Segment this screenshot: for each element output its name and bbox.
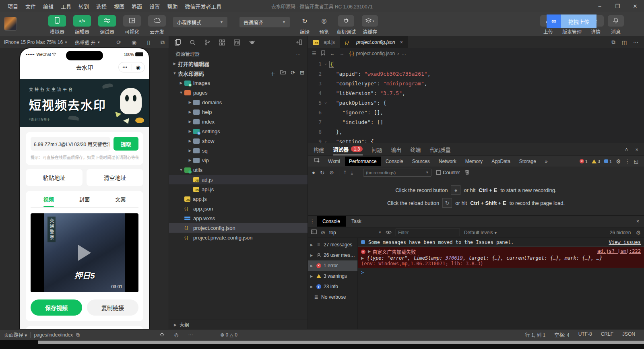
inspect-icon[interactable] xyxy=(311,158,323,165)
menu-select[interactable]: 选择 xyxy=(93,2,110,10)
devtools-more-icon[interactable]: ⋮ xyxy=(625,159,630,164)
split-editor-icon[interactable]: ⧉ xyxy=(611,39,615,45)
warning-count[interactable]: 3 xyxy=(592,159,600,164)
nav-forward-icon[interactable]: → xyxy=(340,51,345,56)
hot-reload-select[interactable]: 热重载 开▼ xyxy=(75,39,100,46)
tree-file-api-js[interactable]: JSapi.js xyxy=(169,184,308,194)
sidebar-user-messages[interactable]: ▶26 user mes… xyxy=(308,250,357,260)
tab-build[interactable]: 构建 xyxy=(314,143,324,155)
tab-video[interactable]: 视频 xyxy=(31,195,66,203)
tab-debugger[interactable]: 调试器1,3 xyxy=(333,143,363,155)
clear-cache-button[interactable]: ▾ 清缓存 xyxy=(359,15,380,35)
menu-view[interactable]: 视图 xyxy=(110,2,128,10)
project-root-row[interactable]: ▼去水印源码 ＋ ⟳ ⊟ xyxy=(169,68,308,78)
tree-folder-pages[interactable]: ▼pages xyxy=(169,88,308,97)
sidebar-warnings[interactable]: ▶3 warnings xyxy=(308,271,357,281)
outline-list-icon[interactable]: ☰ xyxy=(312,51,316,56)
copy-path-icon[interactable]: ⧉ xyxy=(76,332,80,338)
eol-setting[interactable]: CRLF xyxy=(601,331,613,338)
tree-folder-sq[interactable]: ▶sq xyxy=(169,146,308,155)
statusbar-bug-icon[interactable] xyxy=(159,332,165,338)
collapse-sidebar-icon[interactable] xyxy=(296,39,302,45)
tab-network[interactable]: Network xyxy=(435,157,460,166)
eye-icon[interactable] xyxy=(386,230,392,235)
panel-collapse-icon[interactable]: ˄ xyxy=(625,147,628,153)
minimize-button[interactable]: – xyxy=(591,0,609,12)
tab-caption[interactable]: 文案 xyxy=(103,195,138,203)
menu-tools[interactable]: 工具 xyxy=(57,2,75,10)
breadcrumb-more[interactable]: … xyxy=(401,51,406,56)
reload-record-icon[interactable]: ↻ xyxy=(320,169,325,176)
view-issues-link[interactable]: View issues xyxy=(609,240,641,245)
tab-task[interactable]: Task xyxy=(346,216,367,227)
extract-button[interactable]: 提取 xyxy=(114,137,138,151)
cursor-position[interactable]: 行 1, 列 1 xyxy=(525,331,546,338)
collapse-all-icon[interactable]: ⊟ xyxy=(300,70,304,77)
device-debug-button[interactable]: 真机调试 xyxy=(334,15,358,35)
open-editors-row[interactable]: ▶打开的编辑器 xyxy=(169,59,308,68)
layout-columns-icon[interactable]: ◫ xyxy=(622,39,627,45)
reload-button-icon[interactable]: ↻ xyxy=(442,198,452,208)
tree-file-app-json[interactable]: {..}app.json xyxy=(169,204,308,213)
play-icon[interactable] xyxy=(78,245,91,261)
message-count[interactable]: 1 xyxy=(604,159,612,164)
console-close-icon[interactable]: × xyxy=(636,219,644,224)
tree-folder-images[interactable]: ▶▦images xyxy=(169,78,308,88)
indent-setting[interactable]: 空格: 4 xyxy=(554,331,569,338)
extensions-icon[interactable] xyxy=(219,39,225,45)
video-url-input[interactable]: 6.99 ZZm:/ J@I.Vl 03/30 用交警老汁 xyxy=(31,137,110,151)
record-button-icon[interactable]: ● xyxy=(451,185,460,195)
tab-cover[interactable]: 封面 xyxy=(66,195,102,203)
tab-api-js[interactable]: JS api.js xyxy=(308,36,340,48)
tab-memory[interactable]: Memory xyxy=(461,157,487,166)
tab-wxml[interactable]: Wxml xyxy=(324,157,344,166)
console-clear-icon[interactable]: ⊘ xyxy=(321,229,325,235)
problem-counts[interactable]: ⊗ 0 △ 0 xyxy=(220,332,237,338)
git-icon[interactable] xyxy=(204,39,210,45)
tree-folder-show[interactable]: ▶show xyxy=(169,136,308,146)
outline-section[interactable]: ▶ 大纲 xyxy=(169,320,308,329)
tab-output[interactable]: 输出 xyxy=(391,143,401,155)
npm-icon[interactable] xyxy=(234,39,240,45)
bookmark-icon[interactable] xyxy=(321,50,325,57)
maximize-button[interactable]: ❐ xyxy=(609,0,626,12)
debugger-toggle-button[interactable]: 调试器 xyxy=(97,15,117,35)
compile-mode-select[interactable]: 普通编译▼ xyxy=(239,17,290,27)
usage-card[interactable]: 使用说明 如何去掉视频水印 › xyxy=(26,326,143,329)
error-source-link[interactable]: ad.js? [sm]:222 xyxy=(597,248,641,255)
tab-terminal[interactable]: 终端 xyxy=(410,143,421,155)
breadcrumb-file[interactable]: project.config.json xyxy=(356,51,395,56)
device-select[interactable]: iPhone 15 Pro Max 75% 16▼ xyxy=(4,39,68,45)
recordings-select[interactable]: (no recordings)▼ xyxy=(363,169,431,177)
nav-back-icon[interactable]: ← xyxy=(330,51,335,56)
editor-toggle-button[interactable]: </> 编辑器 xyxy=(72,15,92,35)
message-button[interactable]: 消息 xyxy=(607,15,625,35)
files-icon[interactable] xyxy=(175,39,181,45)
tree-file-project-config[interactable]: {..}project.config.json xyxy=(169,223,308,233)
tree-file-ad-js[interactable]: JSad.js xyxy=(169,175,308,184)
cloud-dev-button[interactable]: 云开发 xyxy=(147,15,167,35)
tree-file-app-js[interactable]: JSapp.js xyxy=(169,194,308,204)
more-menu-button[interactable]: ••• xyxy=(119,65,132,69)
sim-record-icon[interactable]: ◉ xyxy=(132,39,136,46)
tree-file-app-wxss[interactable]: app.wxss xyxy=(169,213,308,223)
refresh-tree-icon[interactable]: ⟳ xyxy=(291,70,295,77)
compile-button[interactable]: ↻ 编译 xyxy=(296,15,314,35)
sim-refresh-icon[interactable]: ⟳ xyxy=(116,39,121,46)
context-select[interactable]: top▼ xyxy=(329,230,382,235)
sim-popout-icon[interactable]: ⧉ xyxy=(161,39,165,46)
tabs-overflow-icon[interactable]: » xyxy=(541,157,552,166)
search-icon[interactable] xyxy=(190,39,196,45)
menu-devtools[interactable]: 微信开发者工具 xyxy=(181,2,225,10)
tree-folder-utils[interactable]: ▼+utils xyxy=(169,165,308,175)
copy-link-button[interactable]: 复制链接 xyxy=(87,299,138,316)
user-avatar[interactable] xyxy=(4,17,17,31)
record-icon[interactable]: ● xyxy=(312,169,315,176)
menu-interface[interactable]: 界面 xyxy=(128,2,146,10)
drag-handle-icon[interactable]: ⋮ xyxy=(308,219,317,224)
close-tab-icon[interactable]: × xyxy=(400,39,403,45)
tab-problems[interactable]: 问题 xyxy=(372,143,382,155)
tab-project-config-json[interactable]: {..} project.config.json × xyxy=(340,36,408,48)
tab-sources[interactable]: Sources xyxy=(408,157,434,166)
save-profile-icon[interactable]: ⤓ xyxy=(351,170,353,176)
